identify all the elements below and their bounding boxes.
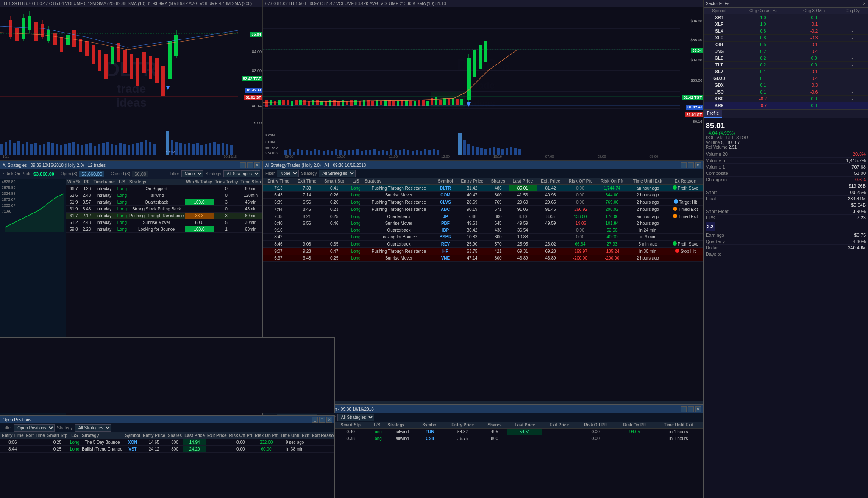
sector-symbol[interactable]: XLE	[704, 35, 735, 42]
strategy-ls: Long	[116, 192, 128, 199]
win-minimize[interactable]: _	[240, 162, 246, 168]
strategy-trade-row[interactable]: 6:40 6:56 0.46 Long Sunrise Mover PBF 49…	[263, 220, 703, 227]
sector-symbol[interactable]: KBE	[704, 96, 735, 102]
strategy-row[interactable]: 66.7 3.26 intraday Long On Support 0 60m…	[66, 185, 262, 192]
svg-rect-59	[77, 144, 79, 155]
sector-symbol[interactable]: XLF	[704, 21, 735, 28]
sector-symbol[interactable]: GLD	[704, 55, 735, 62]
svg-text:274.03K: 274.03K	[265, 151, 278, 155]
strategy-select[interactable]: All Strategies	[223, 170, 260, 177]
svg-rect-173	[331, 151, 333, 155]
st-ex-reason: Stop Hit	[668, 248, 703, 255]
volume-bars-left: 5.12M	[0, 131, 239, 155]
neo-risk-on: 94.05	[615, 429, 654, 435]
open-pos-scroll[interactable]: Entry Time Exit Time Smart Stp L/S Strat…	[0, 432, 334, 498]
st-risk-on: -200.00	[596, 255, 628, 262]
sector-symbol[interactable]: SLX	[704, 28, 735, 35]
neo-time: in 1 hours	[654, 429, 703, 435]
svg-rect-102	[274, 101, 276, 105]
svg-rect-193	[416, 150, 418, 155]
st-minimize[interactable]: _	[681, 162, 687, 168]
sector-symbol[interactable]: SLV	[704, 69, 735, 75]
chart-right-header: 07:00 81.02 H 81.50 L 80.97 C 81.47 VOLU…	[263, 0, 703, 7]
strategy-pf: 2.48	[81, 219, 92, 226]
st-filter-select[interactable]: None	[277, 170, 299, 177]
strategy-trade-row[interactable]: 8:46 9:08 0.35 Long Quarterback REV 25.9…	[263, 241, 703, 248]
op-strategy: Bullish Trend Change	[81, 446, 124, 453]
strategy-trade-row[interactable]: 7:44 8:45 0.23 Long Pushing Through Resi…	[263, 206, 703, 213]
sector-symbol[interactable]: KRE	[704, 102, 735, 109]
neo-close[interactable]: ✕	[695, 406, 701, 412]
price-tag-ai-r: 81.42 AI	[686, 105, 703, 110]
strategy-win-today: 33.3	[185, 213, 213, 219]
strategy-trade-row[interactable]: 6:37 6:48 0.25 Long Sunrise Mover VNE 47…	[263, 255, 703, 262]
svg-marker-214	[5, 194, 64, 232]
st-entry-time: 7:44	[263, 206, 294, 213]
sector-symbol[interactable]: USO	[704, 89, 735, 96]
svg-rect-87	[200, 145, 203, 155]
neo-maximize[interactable]: □	[688, 406, 694, 412]
win-close[interactable]: ✕	[254, 162, 260, 168]
sector-symbol[interactable]: XRT	[704, 14, 735, 21]
strategy-pf: 2.23	[81, 226, 92, 233]
strategy-row[interactable]: 61.9 3.57 intraday Long Quarterback 100.…	[66, 199, 262, 206]
strategy-name: Tailwind	[128, 192, 185, 199]
strategy-row[interactable]: 59.8 2.23 intraday Long Looking for Boun…	[66, 226, 262, 233]
strategy-trade-row[interactable]: 9:16 Long Quarterback IBP 36.42 438 36.5…	[263, 227, 703, 234]
open-pos-row[interactable]: 8:06 0.25 Long The 5 Day Bounce XON 14.6…	[0, 439, 334, 446]
svg-rect-164	[293, 152, 295, 155]
sector-chg-close: 0.5	[735, 42, 791, 48]
strategy-ls: Long	[116, 206, 128, 213]
op-close[interactable]: ✕	[326, 417, 332, 423]
sector-chg-30: -0.1	[791, 21, 837, 28]
op-minimize[interactable]: _	[312, 417, 318, 423]
strategy-trade-row[interactable]: 6:39 6:56 0.26 Long Pushing Through Resi…	[263, 199, 703, 206]
closed-label: Closed ($)	[111, 172, 130, 176]
strategy-trade-row[interactable]: 6:43 7:14 0.26 Long Sunrise Mover COM 40…	[263, 192, 703, 199]
sector-symbol[interactable]: UNG	[704, 48, 735, 55]
candlestick-svg-right	[263, 7, 680, 132]
strategy-trade-row[interactable]: 8:42 Long Looking for Bounce BSBR 10.83 …	[263, 234, 703, 241]
strategy-pf: 2.12	[81, 213, 92, 219]
strategy-row[interactable]: 62.6 2.48 intraday Long Tailwind 0 120mi…	[66, 192, 262, 199]
st-maximize[interactable]: □	[688, 162, 694, 168]
st-symbol: BSBR	[434, 234, 457, 241]
svg-rect-145	[452, 98, 454, 105]
st-strategy-select[interactable]: All Strategies	[319, 170, 356, 177]
st-entry-time: 7:35	[263, 213, 294, 220]
op-col-strategy: Strategy	[81, 432, 124, 439]
st-close[interactable]: ✕	[695, 162, 701, 168]
svg-rect-198	[437, 150, 439, 155]
st-smart	[320, 234, 348, 241]
sector-symbol[interactable]: TLT	[704, 62, 735, 69]
st-risk-on: 52.56	[596, 227, 628, 234]
neo-col-ls: L/S	[368, 422, 386, 429]
strategy-row[interactable]: 61.2 2.48 intraday Long Sunrise Mover 60…	[66, 219, 262, 226]
pnl-svg	[0, 185, 66, 236]
neo-entry-price: 36.75	[444, 435, 482, 442]
tab-profile[interactable]: Profile	[704, 110, 722, 118]
sector-close-btn[interactable]: ✕	[862, 1, 866, 6]
svg-rect-27	[136, 58, 139, 86]
filter-select[interactable]: None	[181, 170, 203, 177]
sector-symbol[interactable]: OIH	[704, 42, 735, 48]
strategy-trade-row[interactable]: 7:13 7:33 0.41 Long Pushing Through Resi…	[263, 185, 703, 192]
st-table-header: Entry Time Exit Time Smart Stp L/S Strat…	[263, 178, 703, 185]
st-strategy: Pushing Through Resistance	[363, 206, 434, 213]
op-filter-select[interactable]: Open Positions	[14, 424, 55, 432]
open-pos-row[interactable]: 8:44 0.25 Long Bullish Trend Change VST …	[0, 446, 334, 453]
strategy-trade-row[interactable]: 9:07 9:28 0.47 Long Pushing Through Resi…	[263, 248, 703, 255]
sector-symbol[interactable]: GDX	[704, 82, 735, 89]
win-maximize[interactable]: □	[247, 162, 253, 168]
neo-strategy-select[interactable]: All Strategies	[337, 414, 374, 421]
strategy-row[interactable]: 61.9 3.48 intraday Long Strong Stock Pul…	[66, 206, 262, 213]
neo-minimize[interactable]: _	[681, 406, 687, 412]
st-strategy: Sunrise Mover	[363, 255, 434, 262]
sector-symbol[interactable]: GDXJ	[704, 75, 735, 82]
op-strategy-select[interactable]: All Strategies	[75, 424, 111, 432]
svg-rect-134	[409, 101, 412, 106]
op-maximize[interactable]: □	[319, 417, 325, 423]
strategy-trade-row[interactable]: 7:35 8:21 0.25 Long Quarterback JP 7.88 …	[263, 213, 703, 220]
st-risk-on: -185.24	[596, 248, 628, 255]
strategy-row[interactable]: 61.7 2.12 intraday Long Pushing Through …	[66, 213, 262, 219]
